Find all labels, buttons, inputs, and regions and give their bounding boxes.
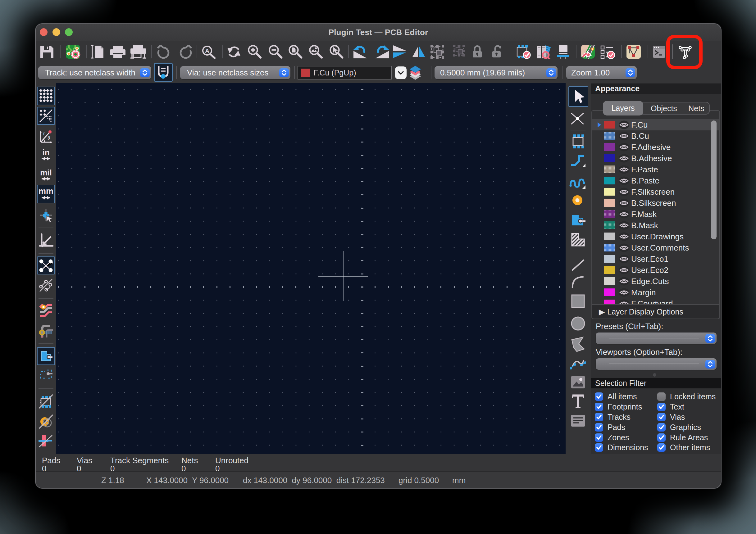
svg-text:θ: θ (47, 135, 50, 141)
svg-text:mil: mil (40, 169, 52, 177)
svg-text:r: r (43, 131, 45, 137)
svg-text:A: A (205, 47, 209, 54)
svg-text:in: in (42, 149, 49, 157)
svg-text:mm: mm (39, 187, 53, 196)
